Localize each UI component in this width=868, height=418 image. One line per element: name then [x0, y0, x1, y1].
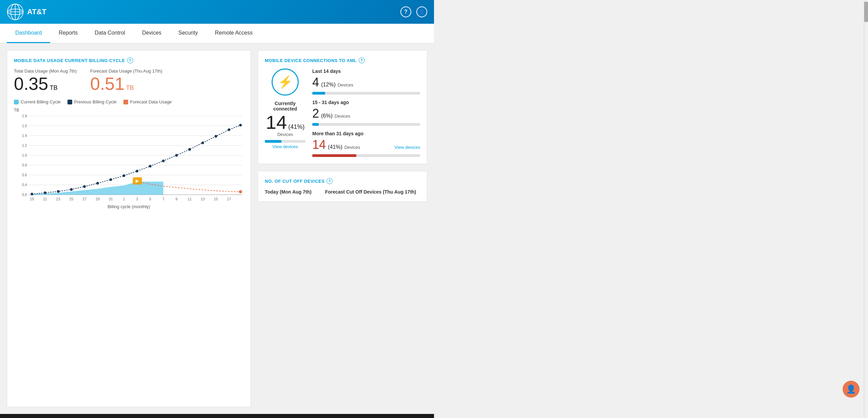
cutoff-metrics: Today (Mon Aug 7th) Forecast Cut Off Dev…	[265, 189, 420, 195]
cutoff-today-label: Today (Mon Aug 7th)	[265, 189, 312, 195]
data-usage-help-icon[interactable]: ?	[127, 57, 133, 63]
svg-point-44	[70, 188, 73, 191]
connected-progress-bar	[265, 140, 305, 143]
svg-point-48	[123, 174, 125, 177]
chart-x-label: Billing cycle (monthly)	[14, 204, 244, 209]
connections-help-icon[interactable]: ?	[359, 57, 365, 63]
stat-31-title: More than 31 days ago	[312, 131, 363, 136]
chart-y-label: TB	[14, 108, 19, 113]
stat-15-31-fill	[312, 123, 319, 126]
svg-text:0.8: 0.8	[22, 163, 27, 167]
svg-point-50	[149, 165, 152, 167]
nav-reports[interactable]: Reports	[50, 24, 86, 43]
svg-point-45	[83, 185, 86, 188]
header: AT&T ? 👤	[0, 0, 434, 24]
stat-31-count: 14	[312, 138, 326, 152]
help-button[interactable]: ?	[400, 6, 411, 17]
connected-progress-wrap	[265, 139, 305, 143]
att-globe-icon	[7, 3, 24, 20]
data-usage-panel: MOBILE DATA USAGE CURRENT BILLING CYCLE …	[7, 50, 251, 407]
stat-31-plus: More than 31 days ago 14 (41%) Devices V…	[312, 131, 420, 157]
legend-current-label: Current Billing Cycle	[21, 99, 61, 104]
connections-layout: ⚡ Currently connected 14 (41%) Devices V…	[265, 68, 420, 157]
svg-point-57	[239, 124, 242, 126]
stat-31-progress	[312, 154, 420, 157]
forecast-usage-unit: TB	[126, 84, 134, 91]
nav-security[interactable]: Security	[170, 24, 206, 43]
stat-last-14-pct: (12%)	[321, 82, 336, 88]
total-usage-value: 0.35	[14, 74, 48, 94]
connections-card: MOBILE DEVICE CONNECTIONS TO AML ? ⚡ Cur…	[258, 50, 427, 164]
user-button[interactable]: 👤	[416, 6, 427, 17]
bolt-circle: ⚡	[272, 68, 299, 96]
svg-text:0.4: 0.4	[22, 183, 27, 187]
stat-last-14: Last 14 days 4 (12%) Devices	[312, 68, 420, 95]
svg-text:1.8: 1.8	[22, 114, 27, 118]
connections-title: MOBILE DEVICE CONNECTIONS TO AML ?	[265, 57, 420, 63]
svg-point-54	[201, 141, 204, 144]
svg-point-42	[44, 192, 46, 194]
svg-point-51	[162, 160, 165, 162]
stat-last-14-progress	[312, 92, 420, 95]
total-usage-value-row: 0.35 TB	[14, 75, 77, 93]
legend-previous: Previous Billing Cycle	[67, 99, 117, 104]
legend-previous-dot	[67, 100, 72, 104]
legend-forecast-dot	[123, 100, 128, 104]
svg-text:27: 27	[82, 197, 86, 201]
stat-15-31: 15 - 31 days ago 2 (6%) Devices	[312, 100, 420, 126]
svg-text:9: 9	[175, 197, 177, 201]
footer: AT&T	[0, 414, 434, 418]
stat-31-fill	[312, 154, 356, 157]
connected-label: Currently connected	[265, 101, 305, 112]
main-content: MOBILE DATA USAGE CURRENT BILLING CYCLE …	[0, 43, 434, 414]
stat-15-31-pct: (6%)	[321, 113, 333, 119]
svg-text:15: 15	[214, 197, 218, 201]
svg-text:11: 11	[188, 197, 192, 201]
cutoff-forecast-label: Forecast Cut Off Devices (Thu Aug 17th)	[325, 189, 416, 195]
stat-15-31-devices: Devices	[335, 114, 350, 119]
connected-devices-label: Devices	[277, 132, 293, 137]
svg-text:23: 23	[56, 197, 60, 201]
nav-dashboard[interactable]: Dashboard	[7, 24, 50, 43]
stat-last-14-row: 4 (12%) Devices	[312, 75, 420, 89]
forecast-usage-value-row: 0.51 TB	[90, 75, 162, 93]
svg-point-43	[57, 190, 60, 193]
svg-point-46	[96, 182, 99, 185]
stat-31-devices: Devices	[344, 145, 360, 150]
data-usage-chart: 1.8 1.6 1.4 1.2 1.0 0.8 0.6 0.4 0.0 19 2…	[14, 110, 244, 204]
svg-point-55	[215, 135, 217, 138]
chart-area: TB 1.8 1.6 1.4 1.2 1.0 0.8	[14, 110, 244, 204]
svg-text:21: 21	[43, 197, 47, 201]
connected-count-row: 14 (41%)	[266, 113, 304, 132]
stat-15-31-row: 2 (6%) Devices	[312, 106, 420, 121]
svg-text:19: 19	[30, 197, 34, 201]
svg-text:1: 1	[123, 197, 125, 201]
brand-logo: AT&T	[7, 3, 53, 20]
svg-point-41	[31, 193, 33, 196]
cutoff-help-icon[interactable]: ?	[327, 178, 333, 184]
svg-text:0.6: 0.6	[22, 173, 27, 177]
connected-progress-fill	[265, 140, 281, 143]
right-panel: MOBILE DEVICE CONNECTIONS TO AML ? ⚡ Cur…	[258, 50, 427, 407]
forecast-usage-value: 0.51	[90, 74, 124, 94]
svg-text:3: 3	[136, 197, 138, 201]
view-devices-link-1[interactable]: View devices	[272, 144, 298, 149]
view-devices-link-2[interactable]: View devices	[394, 145, 420, 150]
legend-current-dot	[14, 100, 19, 104]
forecast-usage-label: Forecast Data Usage (Thu Aug 17th)	[90, 68, 162, 74]
svg-text:1.2: 1.2	[22, 143, 27, 147]
total-usage-unit: TB	[50, 84, 58, 91]
nav-devices[interactable]: Devices	[134, 24, 170, 43]
legend-previous-label: Previous Billing Cycle	[74, 99, 117, 104]
svg-text:1.4: 1.4	[22, 134, 27, 138]
svg-text:13: 13	[201, 197, 205, 201]
stat-31-pct: (41%)	[328, 144, 342, 150]
connected-count: 14	[266, 113, 287, 132]
cutoff-title: NO. OF CUT OFF DEVICES ?	[265, 178, 420, 184]
stat-15-31-progress	[312, 123, 420, 126]
nav-data-control[interactable]: Data Control	[86, 24, 134, 43]
nav-remote-access[interactable]: Remote Access	[206, 24, 261, 43]
svg-text:17: 17	[227, 197, 231, 201]
cutoff-card: NO. OF CUT OFF DEVICES ? Today (Mon Aug …	[258, 171, 427, 202]
total-usage-group: Total Data Usage (Mon Aug 7th) 0.35 TB	[14, 68, 77, 93]
